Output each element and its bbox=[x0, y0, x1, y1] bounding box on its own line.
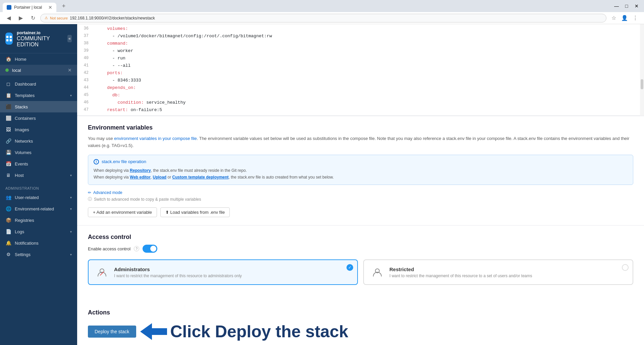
sidebar-containers-label: Containers bbox=[15, 116, 36, 121]
restricted-card[interactable]: Restricted I want to restrict the manage… bbox=[363, 259, 633, 285]
code-line-41: 41 - --all bbox=[77, 62, 644, 70]
maximize-btn[interactable]: □ bbox=[622, 1, 631, 11]
sidebar-item-host[interactable]: 🖥 Host ▾ bbox=[0, 169, 77, 181]
menu-btn[interactable]: ⋮ bbox=[631, 13, 640, 23]
reload-btn[interactable]: ↻ bbox=[28, 13, 38, 23]
minimize-btn[interactable]: — bbox=[612, 1, 621, 11]
new-tab-btn[interactable]: + bbox=[59, 1, 68, 11]
restricted-title: Restricted bbox=[389, 266, 532, 272]
stacks-icon: ⬛ bbox=[5, 104, 11, 109]
admin-section-label: Administration bbox=[0, 184, 77, 192]
bookmark-btn[interactable]: ☆ bbox=[609, 13, 619, 23]
env-variables-link[interactable]: environment variables in your compose fi… bbox=[114, 136, 197, 141]
tab-title: Portainer | local bbox=[14, 5, 42, 10]
settings-icon: ⚙ bbox=[5, 252, 11, 257]
administrators-card[interactable]: Administrators I want to restrict the ma… bbox=[88, 259, 358, 285]
info-line1-post: , the stack.env file must already reside… bbox=[151, 168, 247, 173]
env-close-btn[interactable]: ✕ bbox=[68, 67, 72, 73]
repository-link[interactable]: Repository bbox=[130, 168, 151, 173]
administrators-checkmark: ✓ bbox=[346, 264, 353, 271]
sidebar-item-images[interactable]: 🖼 Images bbox=[0, 124, 77, 135]
sidebar-item-events[interactable]: 📅 Events bbox=[0, 158, 77, 169]
code-line-44: 44 depends_on: bbox=[77, 85, 644, 92]
env-related-icon: 🌐 bbox=[5, 206, 11, 211]
sidebar-item-settings[interactable]: ⚙ Settings ▾ bbox=[0, 249, 77, 260]
access-control-title: Access control bbox=[88, 234, 633, 241]
code-line-43: 43 - 8346:3333 bbox=[77, 77, 644, 85]
sidebar-item-containers[interactable]: ⬜ Containers bbox=[0, 112, 77, 124]
sidebar-events-label: Events bbox=[15, 161, 28, 166]
profile-btn[interactable]: 👤 bbox=[620, 13, 629, 23]
info-box-title: i stack.env file operation bbox=[94, 159, 628, 164]
actions-row: Deploy the stack Click Deploy the stack bbox=[88, 322, 633, 342]
custom-template-link[interactable]: Custom template deployment bbox=[172, 175, 229, 180]
close-btn[interactable]: ✕ bbox=[632, 1, 641, 11]
not-secure-label: Not secure bbox=[50, 16, 68, 20]
access-control-toggle[interactable] bbox=[143, 245, 157, 253]
info-box-line2: When deploying via Web editor, Upload or… bbox=[94, 174, 628, 181]
sidebar-logo: portainer.io COMMUNITY EDITION « bbox=[0, 24, 77, 53]
sidebar-item-volumes[interactable]: 💾 Volumes bbox=[0, 147, 77, 158]
sidebar-user-related-label: User-related bbox=[15, 195, 39, 200]
env-desc-pre: You may use bbox=[88, 136, 114, 141]
deploy-annotation: Deploy the stack Click Deploy the stack bbox=[88, 322, 348, 342]
code-line-38: 38 command: bbox=[77, 40, 644, 48]
templates-arrow: ▾ bbox=[70, 94, 72, 97]
restricted-checkmark bbox=[622, 264, 629, 271]
sidebar-item-env-related[interactable]: 🌐 Environment-related ▾ bbox=[0, 203, 77, 214]
code-line-47: 47 restart: on-failure:5 bbox=[77, 107, 644, 114]
code-line-36: 36 volumes: bbox=[77, 26, 644, 33]
sidebar-item-dashboard[interactable]: ◻ Dashboard bbox=[0, 78, 77, 90]
user-related-arrow: ▾ bbox=[70, 196, 72, 199]
advanced-mode-toggle[interactable]: ✏ Advanced mode bbox=[88, 190, 633, 195]
back-btn[interactable]: ◀ bbox=[4, 13, 13, 23]
code-line-42: 42 ports: bbox=[77, 70, 644, 77]
address-bar[interactable]: ⚠ Not secure 192.168.1.18:9000/#!/2/dock… bbox=[40, 14, 606, 22]
info-line2-or: or bbox=[166, 175, 172, 180]
svg-rect-0 bbox=[6, 36, 8, 38]
forward-btn[interactable]: ▶ bbox=[16, 13, 25, 23]
editor-scrollbar[interactable] bbox=[640, 24, 644, 116]
sidebar-host-label: Host bbox=[15, 173, 24, 178]
big-arrow-svg bbox=[140, 322, 167, 342]
restricted-desc: I want to restrict the management of thi… bbox=[389, 274, 532, 278]
env-header: local ✕ bbox=[0, 65, 77, 76]
sidebar-item-stacks[interactable]: ⬛ Stacks bbox=[0, 101, 77, 112]
sidebar-item-logs[interactable]: 📄 Logs ▾ bbox=[0, 226, 77, 237]
toggle-row: Enable access control ? bbox=[88, 245, 633, 253]
browser-chrome: Portainer | local ✕ + — □ ✕ ◀ ▶ ↻ ⚠ Not … bbox=[0, 0, 644, 24]
code-editor[interactable]: 36 volumes: 37 - /volume1/docker/bitmagn… bbox=[77, 24, 644, 116]
deploy-stack-btn[interactable]: Deploy the stack bbox=[88, 326, 136, 338]
logo-text-area: portainer.io COMMUNITY EDITION bbox=[17, 30, 63, 48]
sidebar-item-home[interactable]: 🏠 Home bbox=[0, 53, 77, 65]
administrators-info: Administrators I want to restrict the ma… bbox=[114, 266, 242, 278]
svg-rect-1 bbox=[10, 36, 12, 38]
add-env-variable-btn[interactable]: + Add an environment variable bbox=[88, 207, 157, 217]
registries-icon: 📦 bbox=[5, 217, 11, 223]
sidebar-item-networks[interactable]: 🔗 Networks bbox=[0, 135, 77, 147]
toggle-slider bbox=[143, 245, 157, 253]
logo-icon bbox=[5, 33, 13, 45]
notifications-icon: 🔔 bbox=[5, 240, 11, 246]
volumes-icon: 💾 bbox=[5, 150, 11, 155]
load-env-file-btn[interactable]: ⬆ Load variables from .env file bbox=[160, 207, 230, 217]
sidebar-collapse-btn[interactable]: « bbox=[67, 35, 72, 42]
sidebar-item-notifications[interactable]: 🔔 Notifications bbox=[0, 237, 77, 249]
sidebar-networks-label: Networks bbox=[15, 139, 33, 144]
sidebar-dashboard-label: Dashboard bbox=[15, 82, 36, 87]
advanced-mode-label: Advanced mode bbox=[93, 190, 122, 195]
code-line-45: 45 db: bbox=[77, 92, 644, 99]
edit-icon: ✏ bbox=[88, 190, 91, 195]
tab-close-btn[interactable]: ✕ bbox=[48, 5, 52, 10]
actions-section: Actions Deploy the stack Click Deploy th… bbox=[77, 301, 644, 345]
events-icon: 📅 bbox=[5, 161, 11, 166]
sidebar-item-templates[interactable]: 📋 Templates ▾ bbox=[0, 90, 77, 101]
sidebar-item-registries[interactable]: 📦 Registries bbox=[0, 214, 77, 226]
sidebar-item-user-related[interactable]: 👥 User-related ▾ bbox=[0, 192, 77, 203]
upload-link[interactable]: Upload bbox=[153, 175, 167, 180]
web-editor-link[interactable]: Web editor bbox=[130, 175, 151, 180]
sidebar-volumes-label: Volumes bbox=[15, 150, 32, 155]
stack-env-info-box: i stack.env file operation When deployin… bbox=[88, 155, 633, 185]
browser-tab-active[interactable]: Portainer | local ✕ bbox=[3, 3, 56, 12]
administrators-desc: I want to restrict the management of thi… bbox=[114, 274, 242, 278]
